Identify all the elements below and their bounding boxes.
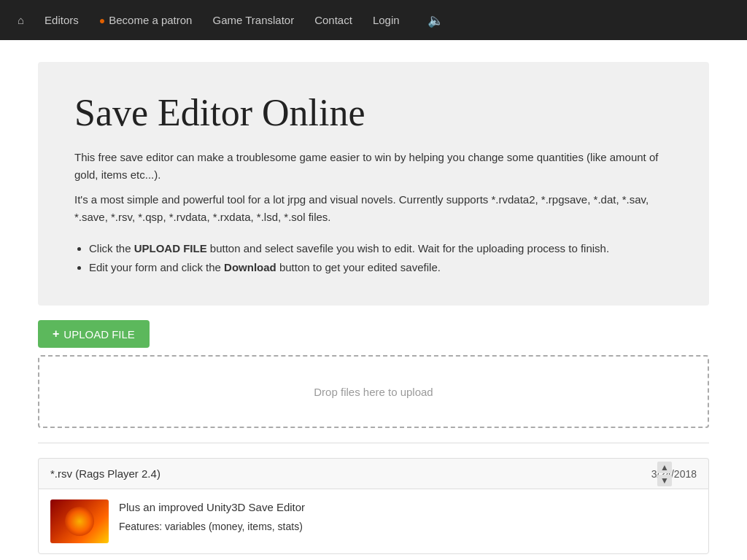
nav-speaker-link[interactable]: 🔈 <box>410 0 461 40</box>
nav-contact-link[interactable]: Contact <box>304 0 363 40</box>
hero-desc-1: This free save editor can make a trouble… <box>74 149 673 184</box>
nav-game-translator-label: Game Translator <box>212 14 294 26</box>
upload-button-label: UPLOAD FILE <box>63 328 135 341</box>
step2-suffix: button to get your edited savefile. <box>276 261 441 273</box>
hero-title: Save Editor Online <box>74 91 673 134</box>
patron-circle-icon: ● <box>99 15 105 26</box>
nav-contact-label: Contact <box>314 14 352 26</box>
drop-placeholder: Drop files here to upload <box>314 386 433 398</box>
hero-desc-2: It's a most simple and powerful tool for… <box>74 191 673 226</box>
nav-patron-label: Become a patron <box>109 14 192 26</box>
plus-icon: + <box>53 327 59 341</box>
changelog-thumbnail <box>50 499 109 543</box>
page-wrapper: Save Editor Online This free save editor… <box>16 62 731 554</box>
upload-section: + UPLOAD FILE Drop files here to upload <box>38 320 709 428</box>
changelog-section: *.rsv (Rags Player 2.4) ▲ ▼ 3/24/2018 Pl… <box>38 458 709 554</box>
upload-file-button[interactable]: + UPLOAD FILE <box>38 320 150 348</box>
changelog-title: *.rsv (Rags Player 2.4) <box>50 467 160 480</box>
thumbnail-inner <box>65 507 94 536</box>
scroll-arrows: ▲ ▼ <box>657 462 672 486</box>
nav-editors-link[interactable]: Editors <box>34 0 89 40</box>
nav-home-link[interactable]: ⌂ <box>7 0 34 40</box>
hero-steps-list: Click the UPLOAD FILE button and select … <box>74 239 673 276</box>
step2-bold: Download <box>224 261 276 273</box>
nav-login-label: Login <box>373 14 400 26</box>
hero-section: Save Editor Online This free save editor… <box>38 62 709 306</box>
hero-step-2: Edit your form and click the Download bu… <box>89 258 673 277</box>
changelog-body-title: Plus an improved Unity3D Save Editor <box>119 499 305 516</box>
nav-patron-link[interactable]: ● Become a patron <box>89 0 203 40</box>
changelog-header: *.rsv (Rags Player 2.4) ▲ ▼ 3/24/2018 <box>38 458 709 489</box>
navbar: ⌂ Editors ● Become a patron Game Transla… <box>0 0 747 40</box>
changelog-body-desc: Features: variables (money, items, stats… <box>119 519 305 534</box>
scroll-up-arrow[interactable]: ▲ <box>657 462 672 473</box>
hero-step-1: Click the UPLOAD FILE button and select … <box>89 239 673 258</box>
nav-game-translator-link[interactable]: Game Translator <box>202 0 304 40</box>
step1-prefix: Click the <box>89 242 134 254</box>
scroll-down-arrow[interactable]: ▼ <box>657 475 672 486</box>
step2-prefix: Edit your form and click the <box>89 261 224 273</box>
step1-suffix: button and select savefile you wish to e… <box>207 242 609 254</box>
nav-login-link[interactable]: Login <box>363 0 410 40</box>
speaker-icon: 🔈 <box>420 12 451 28</box>
section-divider <box>38 443 709 443</box>
nav-editors-label: Editors <box>44 14 79 26</box>
changelog-text-content: Plus an improved Unity3D Save Editor Fea… <box>119 499 305 534</box>
step1-bold: UPLOAD FILE <box>134 242 207 254</box>
drop-zone[interactable]: Drop files here to upload <box>38 355 709 428</box>
home-icon: ⌂ <box>18 14 24 26</box>
changelog-body: Plus an improved Unity3D Save Editor Fea… <box>38 489 709 554</box>
